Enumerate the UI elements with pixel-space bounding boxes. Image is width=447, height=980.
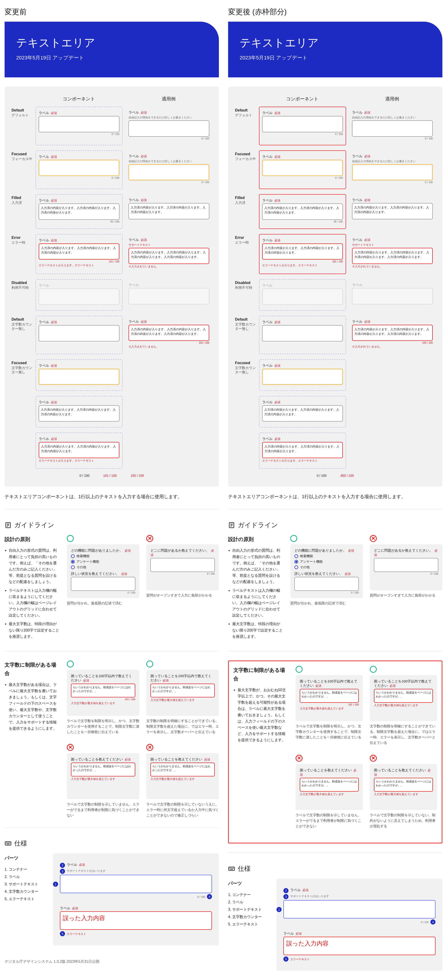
hero-title: テキストエリア [16, 35, 208, 50]
example-bad-principles: どこに問題があるか教えてください。 必須 0 / 100 質問がオープンすぎて入… [146, 535, 219, 642]
svg-point-7 [8, 843, 9, 843]
textarea-disabled [39, 289, 119, 305]
textarea-default-usage[interactable] [129, 121, 209, 137]
column-title-after: 変更後 (赤枠部分) [228, 7, 442, 17]
hero-before: テキストエリア 2023年5月19日 アップデート [5, 22, 219, 77]
svg-point-5 [6, 843, 6, 843]
svg-point-8 [10, 843, 10, 843]
parts-diagram: 2ラベル 必須 3サポートテキストがはいります 1 0 / 1004 ラベル 必… [53, 853, 219, 945]
textarea-filled[interactable]: 入力済の内容が入ります。入力済の内容が入ります。入力済の内容が入ります。 [39, 204, 119, 220]
col-usage-head: 適用例 [125, 96, 212, 102]
hero-after: テキストエリア 2023年5月19日 アップデート [228, 22, 442, 77]
footer: デジタル庁デザインシステム 1.3.2版 2023年5月31日公開 [5, 959, 219, 964]
textarea-default[interactable] [39, 116, 119, 132]
component-caption: テキストエリアコンポーネントは、1行以上のテキストを入力する場合に使用します。 [5, 493, 219, 500]
svg-rect-14 [229, 867, 235, 870]
hero-date: 2023年5月19日 アップデート [16, 54, 208, 61]
keyboard-icon [228, 865, 235, 872]
column-title-before: 変更前 [5, 7, 219, 17]
example-good-principles: どの機能に問題がありましたか。 必須 検索機能 アンケート機能 その他 詳しい状… [67, 535, 139, 642]
svg-rect-4 [5, 842, 11, 845]
parts-list: パーツ 1. コンテナー 2. ラベル 3. サポートテキスト 4. 文字数カウ… [5, 853, 46, 945]
principles-text: 設計の原則 自由入力の形式の質問は、利用者にとって負担の高いものです。例えば、「… [5, 535, 60, 642]
keyboard-icon [5, 840, 11, 847]
section-spec: 仕様 [5, 839, 219, 848]
svg-point-6 [7, 843, 8, 843]
component-panel: コンポーネント 適用例 Defaultデフォルト ラベル 必須0 / 100 ラ… [5, 87, 219, 487]
column-after: 変更後 (赤枠部分) テキストエリア 2023年5月19日 アップデート コンポ… [228, 7, 442, 980]
counter-strip: 0 / 100 101 / 100 155 / 100 [11, 474, 212, 477]
col-component-head: コンポーネント [35, 96, 122, 102]
radio-option[interactable]: 検索機能 [71, 554, 135, 558]
highlighted-charLimit-section: 文字数に制限がある場合 最大文字数が、おおむね50文字以上で、かつ、その最大文字… [228, 660, 442, 843]
column-before: 変更前 テキストエリア 2023年5月19日 アップデート コンポーネント 適用… [5, 7, 219, 980]
document-icon [228, 522, 235, 528]
textarea-label: ラベル 必須 [39, 111, 119, 115]
textarea-focused[interactable] [39, 160, 119, 176]
highlighted-component-col: ラベル 必須0 / 100 [259, 107, 346, 145]
state-label-default: Defaultデフォルト [11, 107, 32, 145]
section-guideline: ガイドライン [5, 521, 219, 530]
textarea-error[interactable]: 入力済の内容が入ります。入力済の内容が入ります。入力済の内容が入ります。 [39, 243, 119, 259]
document-icon [5, 522, 11, 528]
